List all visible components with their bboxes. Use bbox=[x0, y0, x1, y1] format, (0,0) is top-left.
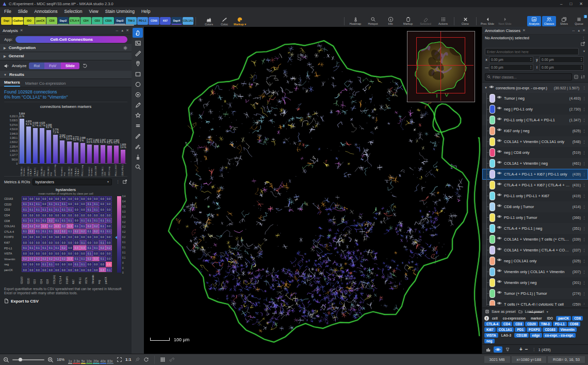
class-menu-icon[interactable]: ⋮ bbox=[582, 259, 586, 263]
overview-minimap[interactable] bbox=[407, 31, 475, 102]
class-row[interactable]: Vimentin only | neg(301)⋮ bbox=[482, 277, 588, 288]
heatmap-cell[interactable]: 0.2 bbox=[106, 245, 112, 250]
panel-button-slides[interactable]: Slides bbox=[557, 16, 571, 26]
heatmap-cell[interactable]: 0.0 bbox=[93, 240, 100, 245]
heatmap-cell[interactable]: 0.2 bbox=[28, 257, 35, 262]
heatmap-cell[interactable]: 0.3 bbox=[67, 257, 74, 262]
heatmap-cell[interactable]: 0.0 bbox=[86, 267, 93, 273]
heatmap-cell[interactable]: 0.1 bbox=[106, 229, 112, 234]
tag-chip-cd138[interactable]: CD138 bbox=[514, 333, 529, 338]
pin-icon[interactable] bbox=[135, 357, 140, 362]
class-row[interactable]: neg | COL1A1 only(325)⋮ bbox=[482, 256, 588, 266]
heatmap-cell[interactable]: 0.0 bbox=[60, 213, 67, 218]
tag-chip-cd8[interactable]: CD8 bbox=[572, 316, 583, 321]
heatmap-cell[interactable]: 0.2 bbox=[54, 257, 61, 262]
brush-tool[interactable] bbox=[133, 131, 143, 141]
history-icon[interactable] bbox=[82, 63, 88, 69]
panel-button-analysis[interactable]: Analysis bbox=[527, 16, 541, 26]
heatmap-cell[interactable]: 0.0 bbox=[106, 240, 112, 245]
class-menu-icon[interactable]: ⋮ bbox=[582, 216, 586, 220]
filter-funnel-icon[interactable] bbox=[505, 347, 510, 352]
heatmap-cell[interactable]: 0.0 bbox=[28, 196, 35, 201]
heatmap-cell[interactable]: 0.0 bbox=[67, 267, 74, 273]
heatmap-cell[interactable]: 0.1 bbox=[60, 207, 67, 212]
sort-icon[interactable] bbox=[580, 74, 585, 80]
tag-chip-pd1[interactable]: PD1 bbox=[515, 327, 526, 332]
panel-button-queue[interactable]: Queue3 bbox=[572, 16, 586, 26]
menu-slide[interactable]: Slide bbox=[18, 9, 28, 14]
heatmap-cell[interactable]: 0.0 bbox=[54, 251, 61, 256]
heatmap-cell[interactable]: 0.0 bbox=[67, 196, 74, 201]
zoom-slider[interactable] bbox=[12, 359, 44, 360]
class-row[interactable]: PD-L1 only | Tumor(366)⋮ bbox=[482, 212, 588, 223]
heatmap-cell[interactable]: 0.0 bbox=[54, 240, 61, 245]
heatmap-cell[interactable]: 0.0 bbox=[22, 240, 28, 245]
heatmap-cell[interactable]: 0.1 bbox=[99, 218, 106, 223]
channel-chip-dapi4[interactable]: Dapi4 bbox=[171, 17, 182, 25]
bar-6[interactable] bbox=[60, 140, 64, 164]
heatmap-cell[interactable]: 0.1 bbox=[41, 262, 48, 267]
heatmap-cell[interactable]: 0.1 bbox=[67, 218, 74, 223]
tab-markers[interactable]: Markers bbox=[4, 80, 20, 87]
heatmap-cell[interactable]: 0.0 bbox=[35, 240, 41, 245]
panel-collapse-icon[interactable]: ▴ bbox=[122, 28, 124, 33]
channel-chip-dapi[interactable]: Dapi bbox=[1, 17, 12, 25]
class-row[interactable]: COL1A1 + Vimentin | neg(461)⋮ bbox=[482, 158, 588, 169]
heatmap-cell[interactable]: 0.0 bbox=[73, 196, 80, 201]
heatmap-cell[interactable]: 0.1 bbox=[106, 218, 112, 223]
class-color-swatch[interactable] bbox=[489, 257, 495, 265]
section-configuration[interactable]: ▶ Configuration bbox=[0, 44, 132, 52]
tag-chip-neg[interactable]: neg bbox=[484, 339, 495, 343]
panel-button-classes[interactable]: Classes bbox=[542, 16, 556, 26]
class-color-swatch[interactable] bbox=[489, 224, 495, 233]
list-menu-icon[interactable]: ⋮ bbox=[532, 347, 536, 352]
heatmap-cell[interactable]: 0.1 bbox=[47, 229, 54, 234]
heatmap-cell[interactable]: 0.1 bbox=[80, 240, 87, 245]
prev-slide-button[interactable]: Prev. Slide bbox=[479, 17, 496, 25]
heatmap-cell[interactable]: 0.0 bbox=[41, 267, 48, 273]
class-row[interactable]: CTLA-4 + PD-L1 + Ki67 | PD-L1 only(439)⋮ bbox=[482, 169, 588, 180]
tag-chip-cd3[interactable]: CD3 bbox=[513, 322, 524, 326]
heatmap-cell[interactable]: 0.3 bbox=[99, 267, 106, 273]
heatmap-cell[interactable]: 0.1 bbox=[99, 257, 106, 262]
heatmap-cell[interactable]: 0.0 bbox=[73, 267, 80, 273]
heatmap-cell[interactable]: 0.2 bbox=[54, 229, 61, 234]
bar-12[interactable] bbox=[101, 145, 105, 164]
bar-7[interactable] bbox=[67, 141, 72, 164]
heatmap-cell[interactable]: 0.3 bbox=[93, 257, 100, 262]
heatmap-cell[interactable]: 0.1 bbox=[99, 240, 106, 245]
heatmap-cell[interactable]: 0.1 bbox=[47, 262, 54, 267]
heatmap-cell[interactable]: 0.1 bbox=[22, 245, 28, 250]
tag-chip-cd4[interactable]: CD4 bbox=[501, 322, 512, 326]
bar-2[interactable] bbox=[33, 128, 38, 164]
markup-button[interactable]: Markup bbox=[399, 17, 417, 25]
heatmap-cell[interactable]: 0.0 bbox=[28, 240, 35, 245]
class-menu-icon[interactable]: ⋮ bbox=[582, 118, 586, 122]
heatmap-cell[interactable]: 0.0 bbox=[22, 213, 28, 218]
heatmap-cell[interactable]: 0.0 bbox=[99, 207, 106, 212]
heatmap-cell[interactable]: 0.0 bbox=[54, 267, 61, 273]
heatmap-cell[interactable]: 0.0 bbox=[54, 262, 61, 267]
class-color-swatch[interactable] bbox=[489, 159, 495, 168]
heatmap-cell[interactable]: 0.0 bbox=[60, 262, 67, 267]
class-color-swatch[interactable] bbox=[489, 126, 495, 135]
heatmap-cell[interactable]: 0.2 bbox=[60, 229, 67, 234]
channel-chip-k67[interactable]: K67 bbox=[160, 17, 171, 25]
rectangle-tool[interactable] bbox=[133, 69, 143, 79]
fit-screen-icon[interactable] bbox=[117, 357, 122, 362]
heatmap-cell[interactable]: 0.0 bbox=[47, 213, 54, 218]
heatmap-cell[interactable]: 0.0 bbox=[47, 234, 54, 240]
class-menu-icon[interactable]: ⋮ bbox=[582, 292, 586, 296]
heatmap-cell[interactable]: 0.1 bbox=[93, 218, 100, 223]
heatmap-cell[interactable]: 0.0 bbox=[73, 218, 80, 223]
tab-marker-co-expression[interactable]: Marker Co-expression bbox=[25, 81, 66, 87]
panel-close-icon[interactable]: ✕ bbox=[126, 28, 129, 33]
class-menu-icon[interactable]: ⋮ bbox=[582, 183, 586, 187]
heatmap-cell[interactable]: 0.1 bbox=[35, 218, 41, 223]
group-menu-icon[interactable]: ⋮ bbox=[582, 86, 586, 90]
heatmap-cell[interactable]: 0.2 bbox=[73, 229, 80, 234]
heatmap-cell[interactable]: 0.2 bbox=[35, 257, 41, 262]
menu-selection[interactable]: Selection bbox=[64, 9, 83, 14]
heatmap-cell[interactable]: 0.0 bbox=[106, 207, 112, 212]
class-menu-icon[interactable]: ⋮ bbox=[582, 205, 586, 209]
